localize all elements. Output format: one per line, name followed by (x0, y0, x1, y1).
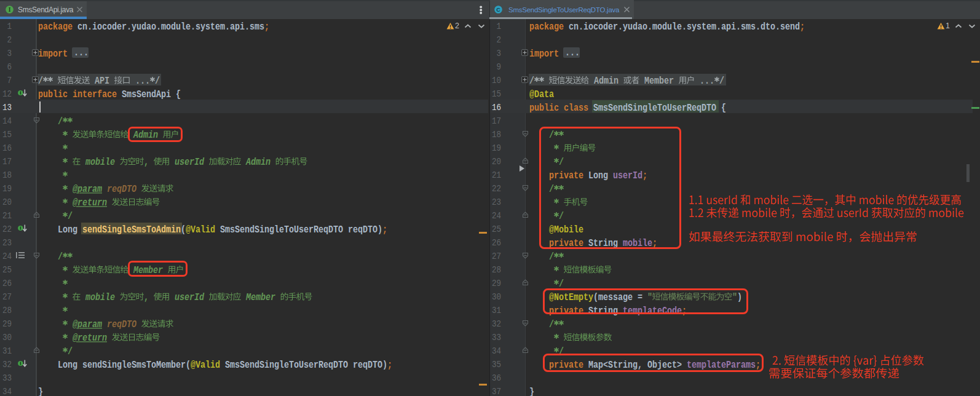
svg-text:C: C (496, 7, 500, 13)
svg-text:I: I (9, 7, 11, 13)
